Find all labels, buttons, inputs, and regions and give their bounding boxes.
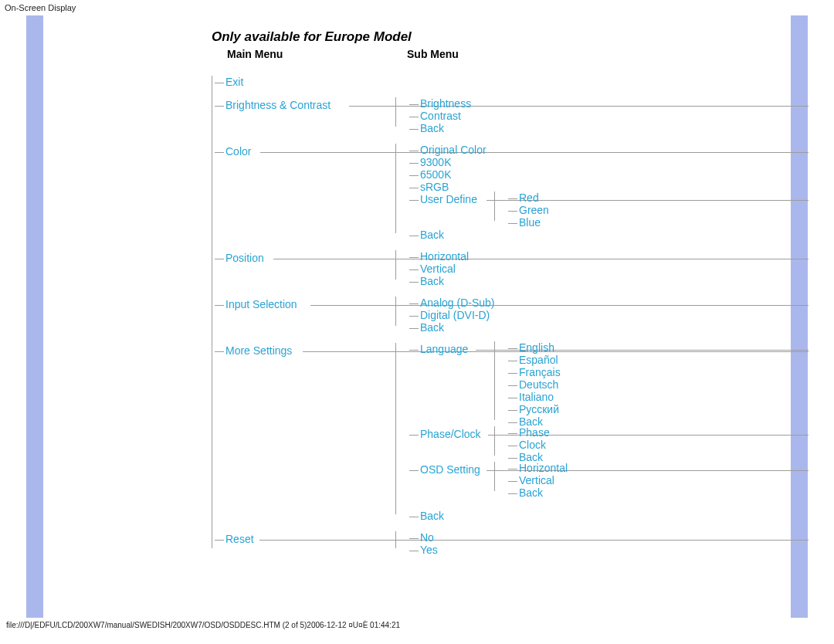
label-more: More Settings bbox=[225, 344, 303, 357]
label-sub-pos-v: Vertical bbox=[420, 263, 456, 275]
label-reset-yes: Yes bbox=[420, 544, 438, 556]
note-europe-model: Only available for Europe Model bbox=[212, 29, 808, 45]
lang-es: Español bbox=[508, 354, 808, 366]
label-lang-de: Deutsch bbox=[519, 378, 558, 391]
sub-inp-back: Back bbox=[409, 321, 808, 334]
label-sub-bc-back: Back bbox=[420, 122, 444, 134]
label-sub-osd: OSD Setting bbox=[420, 463, 486, 476]
sub-user-define: User Define Red Green Blue bbox=[409, 193, 808, 229]
label-pc-clock: Clock bbox=[519, 439, 546, 451]
lang-de: Deutsch bbox=[508, 378, 808, 391]
menu-position: Position Horizontal Vertical Back bbox=[215, 252, 808, 287]
label-sub-orig: Original Color bbox=[420, 144, 486, 156]
menu-input-selection: Input Selection Analog (D-Sub) Digital (… bbox=[215, 298, 808, 334]
pc-clock: Clock bbox=[508, 439, 808, 451]
label-sub-pos-h: Horizontal bbox=[420, 250, 469, 263]
reset-yes: Yes bbox=[409, 544, 808, 556]
sub-pos-v: Vertical bbox=[409, 263, 808, 275]
label-osd-v: Vertical bbox=[519, 474, 554, 486]
reset-no: No bbox=[409, 531, 808, 544]
sub-9300k: 9300K bbox=[409, 156, 808, 168]
sub-language: Language English Español Français Deutsc… bbox=[409, 343, 808, 428]
column-header-main: Main Menu bbox=[227, 48, 283, 60]
menu-more-settings: More Settings Language English Español F… bbox=[215, 344, 808, 522]
page-title: On-Screen Display bbox=[0, 0, 834, 15]
label-sub-contrast: Contrast bbox=[420, 110, 461, 122]
lang-ru: Русский bbox=[508, 403, 808, 415]
label-blue: Blue bbox=[519, 216, 541, 229]
lang-it: Italiano bbox=[508, 391, 808, 403]
sub-digital: Digital (DVI-D) bbox=[409, 309, 808, 321]
label-lang-fr: Français bbox=[519, 366, 561, 378]
label-bc: Brightness & Contrast bbox=[225, 99, 349, 111]
label-osd-back: Back bbox=[519, 486, 543, 499]
label-lang-es: Español bbox=[519, 354, 558, 366]
label-lang-it: Italiano bbox=[519, 391, 554, 403]
label-exit: Exit bbox=[225, 76, 243, 88]
rgb-green: Green bbox=[508, 204, 808, 216]
sub-pos-back: Back bbox=[409, 275, 808, 287]
label-sub-color-back: Back bbox=[420, 229, 444, 241]
sub-brightness: Brightness bbox=[409, 97, 808, 110]
label-sub-more-back: Back bbox=[420, 510, 444, 522]
label-lang-ru: Русский bbox=[519, 403, 559, 415]
label-reset: Reset bbox=[225, 533, 259, 545]
osd-h: Horizontal bbox=[508, 462, 808, 474]
pc-phase: Phase bbox=[508, 426, 808, 439]
rgb-blue: Blue bbox=[508, 216, 808, 229]
sub-more-back: Back bbox=[409, 510, 808, 522]
sub-contrast: Contrast bbox=[409, 110, 808, 122]
label-osd-h: Horizontal bbox=[519, 462, 568, 474]
sub-original-color: Original Color bbox=[409, 144, 808, 156]
sub-osd-setting: OSD Setting Horizontal Vertical Back bbox=[409, 463, 808, 499]
document-frame: Only available for Europe Model Main Men… bbox=[26, 15, 808, 618]
label-sub-srgb: sRGB bbox=[420, 181, 449, 193]
sub-color-back: Back bbox=[409, 229, 808, 241]
menu-color: Color Original Color 9300K 6500K sRGB Us… bbox=[215, 145, 808, 241]
label-sub-language: Language bbox=[420, 343, 476, 355]
osd-v: Vertical bbox=[508, 474, 808, 486]
label-position: Position bbox=[225, 252, 273, 264]
osd-back: Back bbox=[508, 486, 808, 499]
label-red: Red bbox=[519, 192, 539, 204]
left-margin-bar bbox=[26, 15, 43, 618]
sub-6500k: 6500K bbox=[409, 168, 808, 181]
menu-reset: Reset No Yes bbox=[215, 533, 808, 556]
osd-tree: Exit Brightness & Contrast Brightness Co… bbox=[212, 76, 808, 556]
label-sub-pos-back: Back bbox=[420, 275, 444, 287]
label-reset-no: No bbox=[420, 531, 434, 544]
label-sub-inp-back: Back bbox=[420, 321, 444, 334]
label-sub-digital: Digital (DVI-D) bbox=[420, 309, 490, 321]
sub-bc-back: Back bbox=[409, 122, 808, 134]
label-sub-6500k: 6500K bbox=[420, 168, 451, 181]
sub-pos-h: Horizontal bbox=[409, 250, 808, 263]
label-lang-en: English bbox=[519, 341, 554, 354]
label-sub-brightness: Brightness bbox=[420, 97, 471, 110]
lang-en: English bbox=[508, 341, 808, 354]
sub-analog: Analog (D-Sub) bbox=[409, 297, 808, 309]
label-green: Green bbox=[519, 204, 549, 216]
label-color: Color bbox=[225, 145, 260, 158]
rgb-red: Red bbox=[508, 192, 808, 204]
column-header-sub: Sub Menu bbox=[407, 48, 459, 60]
label-sub-analog: Analog (D-Sub) bbox=[420, 297, 495, 309]
sub-phase-clock: Phase/Clock Phase Clock Back bbox=[409, 428, 808, 463]
label-pc-phase: Phase bbox=[519, 426, 550, 439]
label-input: Input Selection bbox=[225, 298, 310, 310]
menu-exit: Exit bbox=[215, 76, 808, 88]
lang-fr: Français bbox=[508, 366, 808, 378]
label-sub-phase: Phase/Clock bbox=[420, 428, 488, 440]
label-sub-user: User Define bbox=[420, 193, 486, 205]
menu-brightness-contrast: Brightness & Contrast Brightness Contras… bbox=[215, 99, 808, 134]
label-sub-9300k: 9300K bbox=[420, 156, 451, 168]
